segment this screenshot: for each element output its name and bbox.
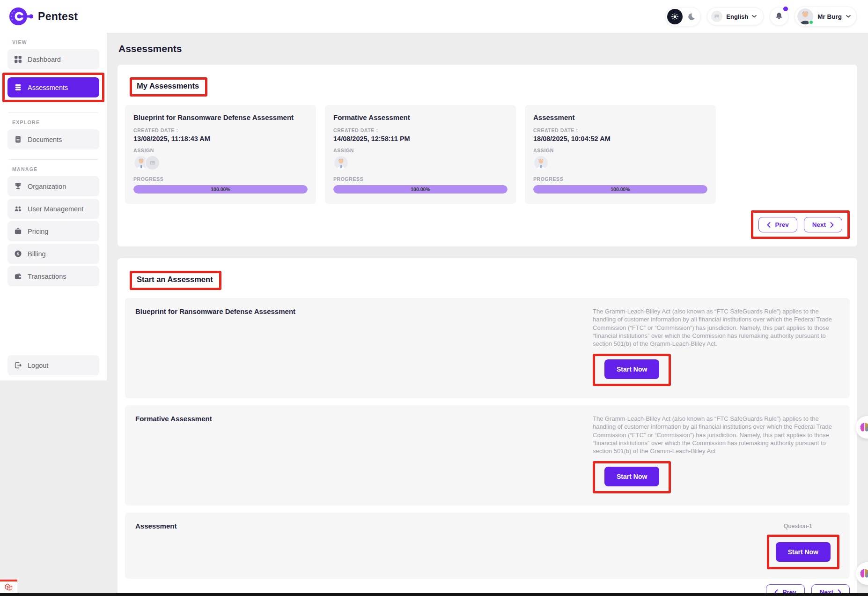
created-date-value: 18/08/2025, 10:04:52 AM (533, 135, 707, 142)
sidebar-item-label: User Management (28, 205, 83, 213)
assign-label: ASSIGN (533, 148, 707, 153)
assessment-description: The Gramm-Leach-Bliley Act (also known a… (593, 415, 839, 455)
my-assessments-panel: My Assessments Blueprint for Ransomware … (118, 65, 857, 246)
caret-down-icon (752, 15, 757, 18)
trophy-icon (14, 182, 22, 190)
sidebar-item-dashboard[interactable]: Dashboard (7, 49, 99, 69)
wallet-icon (14, 272, 22, 280)
sidebar-item-assessments[interactable]: Assessments (7, 77, 99, 97)
start-now-button[interactable]: Start Now (604, 359, 659, 379)
start-assessment-row: Assessment Question-1 Start Now (125, 513, 850, 579)
progress-value: 100.00% (533, 185, 707, 194)
theme-toggle[interactable] (665, 7, 701, 26)
start-now-button[interactable]: Start Now (776, 542, 831, 562)
my-assessments-heading: My Assessments (137, 82, 199, 90)
topbar: English Mr Burg (107, 0, 868, 33)
logout-icon (14, 361, 22, 369)
pentest-logo-icon (9, 7, 34, 25)
start-assessment-row: Formative Assessment The Gramm-Leach-Bli… (125, 405, 850, 506)
prev-label: Prev (775, 221, 788, 228)
progress-label: PROGRESS (533, 176, 707, 182)
assignee-avatar (533, 155, 549, 171)
assign-label: ASSIGN (133, 148, 308, 153)
brain-icon (859, 422, 868, 433)
start-now-button[interactable]: Start Now (604, 467, 659, 486)
annotation-box-start-now-3: Start Now (767, 535, 839, 569)
server-icon (14, 83, 22, 91)
start-assessment-heading: Start an Assessment (137, 275, 213, 284)
start-row-title: Formative Assessment (135, 415, 212, 496)
logout-label: Logout (28, 362, 48, 369)
sidebar-item-billing[interactable]: $ Billing (7, 244, 99, 264)
sidebar-item-label: Documents (28, 136, 62, 143)
sidebar-item-pricing[interactable]: Pricing (7, 221, 99, 241)
assessment-description: The Gramm-Leach-Bliley Act (also known a… (593, 307, 839, 348)
annotation-box-assessments: Assessments (2, 73, 104, 102)
assessment-cards-row: Blueprint for Ransomware Defense Assessm… (125, 105, 850, 204)
assignee-avatars (533, 155, 707, 171)
start-assessment-panel: Start an Assessment Blueprint for Ransom… (118, 258, 857, 596)
page-title: Assessments (118, 43, 857, 54)
divider (8, 159, 98, 160)
sidebar-item-user-management[interactable]: User Management (7, 199, 99, 219)
document-icon (14, 135, 22, 143)
sidebar-item-label: Dashboard (28, 56, 61, 63)
nav-section-explore: EXPLORE (12, 119, 95, 125)
start-row-title: Blueprint for Ransomware Defense Assessm… (135, 307, 295, 389)
language-label: English (726, 13, 748, 20)
next-label: Next (812, 221, 826, 228)
sidebar-item-documents[interactable]: Documents (7, 129, 99, 149)
language-selector[interactable]: English (707, 7, 764, 25)
app-title: Pentest (38, 10, 78, 23)
assessment-card[interactable]: Blueprint for Ransomware Defense Assessm… (125, 105, 316, 204)
start-assessment-row: Blueprint for Ransomware Defense Assessm… (125, 298, 850, 398)
sun-icon[interactable] (667, 9, 683, 24)
assignee-avatars (133, 155, 308, 171)
assignee-avatar (333, 155, 349, 171)
assessment-card-title: Formative Assessment (333, 113, 508, 121)
sidebar-item-transactions[interactable]: Transactions (7, 266, 99, 286)
assessment-card[interactable]: Assessment CREATED DATE : 18/08/2025, 10… (525, 105, 716, 204)
user-name: Mr Burg (817, 13, 842, 20)
logout-button[interactable]: Logout (7, 355, 99, 375)
annotation-box-pagination: Prev Next (751, 210, 850, 239)
sidebar-item-label: Pricing (28, 228, 48, 235)
dollar-icon: $ (14, 250, 22, 258)
caret-down-icon (846, 15, 851, 18)
moon-icon[interactable] (684, 9, 699, 24)
sidebar-item-label: Billing (28, 250, 46, 258)
created-date-label: CREATED DATE : (533, 127, 707, 133)
annotation-box-start-now-1: Start Now (593, 354, 671, 386)
progress-bar: 100.00% (133, 185, 308, 194)
flag-placeholder-icon (711, 11, 722, 22)
brain-icon (859, 568, 868, 579)
start-row-title: Assessment (135, 522, 177, 569)
grid-icon (14, 55, 22, 63)
sidebar-item-label: Assessments (28, 84, 68, 91)
created-date-label: CREATED DATE : (133, 127, 308, 133)
sidebar-item-organization[interactable]: Organization (7, 176, 99, 196)
users-icon (14, 205, 22, 213)
created-date-label: CREATED DATE : (333, 127, 508, 133)
assign-label: ASSIGN (333, 148, 508, 153)
progress-bar: 100.00% (533, 185, 707, 194)
notifications-button[interactable] (770, 7, 788, 26)
prev-button[interactable]: Prev (758, 217, 797, 232)
progress-value: 100.00% (133, 185, 308, 194)
next-button[interactable]: Next (804, 217, 842, 232)
progress-label: PROGRESS (133, 176, 308, 182)
sidebar-item-label: Transactions (28, 273, 66, 280)
laravel-debugbar-button[interactable] (0, 580, 17, 593)
annotation-box-start-assessment: Start an Assessment (130, 271, 221, 290)
chevron-right-icon (830, 222, 834, 228)
assessment-card-title: Blueprint for Ransomware Defense Assessm… (133, 113, 308, 121)
debugbar-collapsed-bar[interactable] (0, 593, 868, 596)
user-menu[interactable]: Mr Burg (794, 6, 857, 27)
divider (8, 112, 98, 113)
svg-text:$: $ (17, 252, 19, 256)
sidebar: Pentest VIEW Dashboard Assessments EXPLO… (0, 0, 107, 380)
notification-dot (783, 7, 788, 11)
assessment-card-title: Assessment (533, 113, 707, 121)
nav-section-view: VIEW (12, 39, 95, 45)
assessment-card[interactable]: Formative Assessment CREATED DATE : 14/0… (325, 105, 516, 204)
